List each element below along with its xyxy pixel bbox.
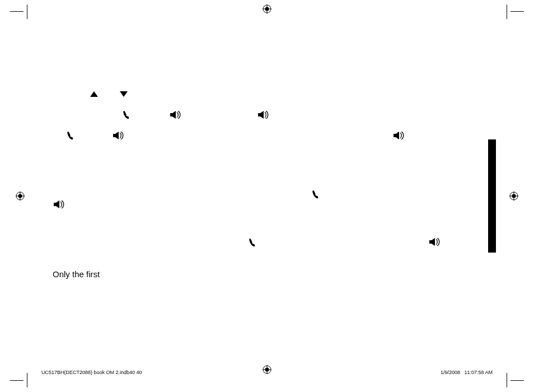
svg-marker-23 (396, 132, 399, 139)
svg-rect-20 (113, 134, 115, 137)
down-arrow-icon (120, 91, 128, 97)
page-footer: UC517BH(DECT2088) book OM 2.indb40 40 1/… (41, 370, 493, 375)
footer-file-label: UC517BH(DECT2088) book OM 2.indb40 40 (41, 370, 142, 375)
svg-marker-21 (115, 132, 119, 139)
phone-icon (312, 190, 318, 199)
speaker-icon (113, 132, 124, 139)
speaker-icon (429, 238, 441, 246)
footer-time: 11:07:58 AM (464, 370, 493, 375)
footer-date: 1/9/2008 (441, 370, 460, 375)
svg-marker-19 (260, 111, 264, 119)
speaker-icon (170, 111, 181, 119)
phone-icon (249, 238, 255, 247)
page-content: Only the first (0, 0, 534, 392)
speaker-icon (54, 200, 65, 208)
svg-rect-16 (170, 113, 172, 116)
phone-icon (123, 110, 129, 119)
speaker-icon (258, 111, 269, 119)
svg-rect-24 (54, 203, 56, 206)
svg-rect-22 (394, 134, 396, 137)
speaker-icon (394, 132, 405, 139)
phone-icon (67, 131, 73, 140)
up-arrow-icon (90, 91, 98, 97)
body-text: Only the first (53, 269, 100, 279)
svg-rect-18 (258, 113, 260, 116)
svg-marker-17 (172, 111, 176, 119)
svg-marker-27 (432, 238, 435, 246)
svg-rect-26 (429, 240, 432, 244)
svg-marker-25 (56, 200, 59, 208)
